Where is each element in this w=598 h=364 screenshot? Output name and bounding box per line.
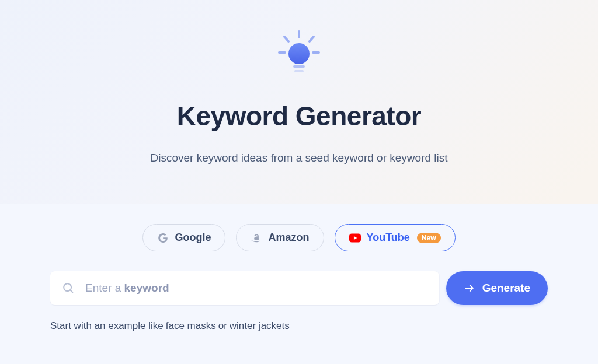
- keyword-input[interactable]: [85, 271, 427, 305]
- example-hint: Start with an example like face masks or…: [50, 320, 548, 332]
- google-icon: [157, 232, 169, 244]
- svg-point-5: [288, 43, 310, 64]
- tab-google[interactable]: Google: [142, 224, 225, 251]
- svg-rect-6: [293, 65, 305, 68]
- tab-amazon-label: Amazon: [268, 232, 309, 244]
- svg-line-10: [70, 290, 72, 292]
- svg-line-1: [284, 37, 288, 41]
- tab-youtube[interactable]: YouTube New: [335, 224, 456, 251]
- svg-line-2: [310, 37, 314, 41]
- arrow-right-icon: [464, 282, 475, 294]
- new-badge: New: [417, 233, 441, 243]
- page-subtitle: Discover keyword ideas from a seed keywo…: [151, 152, 448, 164]
- search-box: Enter a keyword: [50, 271, 439, 305]
- amazon-icon: [251, 232, 262, 244]
- generate-label: Generate: [482, 282, 530, 295]
- tab-youtube-label: YouTube: [367, 232, 410, 244]
- page-title: Keyword Generator: [177, 100, 421, 132]
- youtube-icon: [349, 232, 361, 244]
- source-tabs: Google Amazon YouTube: [142, 224, 455, 251]
- example-link-winter-jackets[interactable]: winter jackets: [230, 320, 290, 332]
- generate-button[interactable]: Generate: [446, 271, 548, 305]
- tab-amazon[interactable]: Amazon: [236, 224, 324, 251]
- example-link-face-masks[interactable]: face masks: [166, 320, 216, 332]
- svg-rect-7: [294, 70, 304, 72]
- tab-google-label: Google: [175, 232, 211, 244]
- lightbulb-icon: [273, 28, 325, 80]
- search-icon: [62, 282, 75, 295]
